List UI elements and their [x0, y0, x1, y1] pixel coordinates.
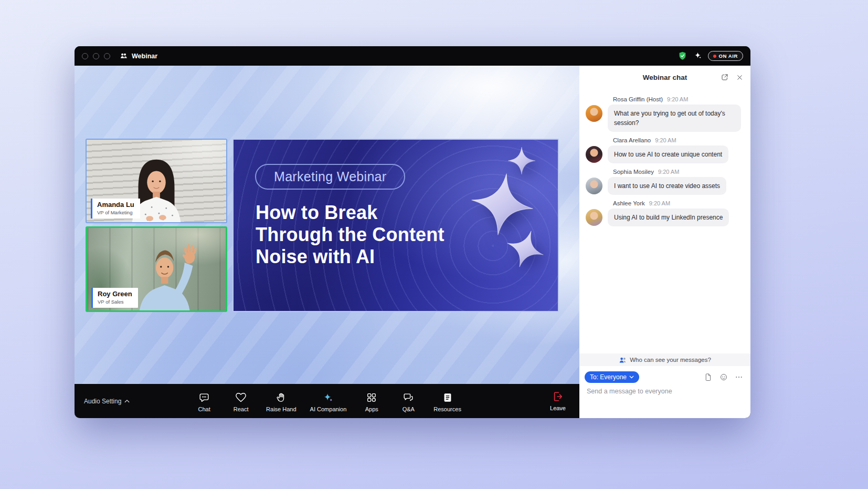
- message-bubble: I want to use AI to create video assets: [608, 177, 726, 195]
- name-tag-amanda: Amanda Lu VP of Marketing: [91, 199, 140, 219]
- avatar: [586, 178, 602, 194]
- compose-icons: [704, 373, 743, 381]
- chevron-up-icon: [124, 399, 130, 403]
- chevron-down-icon: [629, 376, 634, 379]
- slide-title-line: How to Break: [256, 202, 507, 224]
- leave-button[interactable]: Leave: [550, 391, 566, 411]
- window-close-control[interactable]: [82, 53, 88, 59]
- recipient-selector-label: To: Everyone: [590, 373, 627, 381]
- app-title: Webinar: [120, 52, 157, 60]
- chat-bottom-space: [579, 395, 750, 418]
- chat-header-icons: [721, 73, 744, 81]
- message-time: 9:20 AM: [655, 137, 676, 143]
- sparkle-icon[interactable]: [693, 51, 702, 60]
- message-visibility-label: Who can see your messages?: [630, 357, 711, 363]
- slide-title: How to Break Through the Content Noise w…: [256, 202, 507, 267]
- chat-message: Sophia Mosiley 9:20 AM I want to use AI …: [586, 169, 743, 195]
- message-bubble: Using AI to build my LinkedIn presence: [608, 209, 729, 226]
- leave-door-icon: [552, 391, 564, 402]
- chat-message: Clara Arellano 9:20 AM How to use AI to …: [586, 137, 743, 163]
- message-time: 9:20 AM: [667, 96, 688, 102]
- people-icon: [619, 356, 627, 364]
- chat-button-label: Chat: [198, 406, 210, 412]
- document-icon: [442, 392, 453, 403]
- more-options-icon[interactable]: [735, 373, 743, 381]
- message-author: Sophia Mosiley: [613, 169, 654, 175]
- webinar-stage: Amanda Lu VP of Marketing: [75, 66, 579, 418]
- recipient-selector[interactable]: To: Everyone: [585, 371, 639, 383]
- meeting-toolbar: Audio Setting Chat: [75, 384, 579, 418]
- resources-button[interactable]: Resources: [433, 392, 461, 412]
- compose-row: To: Everyone: [579, 366, 750, 383]
- audio-setting-button[interactable]: Audio Setting: [84, 398, 130, 405]
- message-time: 9:20 AM: [658, 169, 679, 175]
- resources-button-label: Resources: [433, 406, 461, 412]
- message-author: Clara Arellano: [613, 137, 651, 143]
- participant-name: Roy Green: [98, 290, 132, 298]
- message-visibility-note[interactable]: Who can see your messages?: [579, 353, 750, 366]
- audio-setting-label: Audio Setting: [84, 398, 121, 405]
- avatar: [586, 209, 602, 226]
- message-time: 9:20 AM: [649, 200, 670, 206]
- leave-button-label: Leave: [550, 405, 566, 411]
- chat-button[interactable]: Chat: [193, 392, 216, 412]
- chat-message: Rosa Griffin (Host) 9:20 AM What are you…: [586, 96, 743, 132]
- ai-companion-button[interactable]: AI Companion: [310, 392, 347, 412]
- titlebar-right: ON AIR: [678, 51, 744, 61]
- apps-button[interactable]: Apps: [360, 392, 383, 412]
- message-bubble: What are you trying to get out of today'…: [608, 105, 741, 132]
- chat-message-input[interactable]: [587, 388, 740, 395]
- close-icon[interactable]: [736, 74, 744, 81]
- apps-button-label: Apps: [365, 406, 378, 412]
- window-controls: [82, 53, 110, 59]
- slide-title-line: Noise with AI: [256, 246, 507, 268]
- heart-icon: [235, 392, 247, 403]
- slide-badge: Marketing Webinar: [255, 164, 405, 190]
- emoji-icon[interactable]: [719, 373, 728, 381]
- raise-hand-button-label: Raise Hand: [266, 406, 296, 412]
- on-air-dot-icon: [713, 55, 716, 58]
- chat-message: Ashlee York 9:20 AM Using AI to build my…: [586, 200, 743, 226]
- participant-role: VP of Sales: [98, 299, 132, 305]
- message-bubble: How to use AI to create unique content: [608, 145, 728, 163]
- window-zoom-control[interactable]: [104, 53, 110, 59]
- webinar-app-icon: [120, 52, 128, 60]
- ai-companion-button-label: AI Companion: [310, 406, 347, 412]
- window-body: Amanda Lu VP of Marketing: [75, 66, 750, 418]
- apps-grid-icon: [366, 392, 377, 403]
- on-air-badge: ON AIR: [708, 51, 744, 61]
- avatar: [586, 105, 602, 122]
- shared-slide: Marketing Webinar How to Break Through t…: [232, 139, 559, 312]
- ai-sparkle-icon: [322, 392, 334, 403]
- chat-panel-title: Webinar chat: [643, 74, 687, 81]
- toolbar-center-buttons: Chat React Raise Hand: [193, 390, 461, 412]
- chat-bubble-icon: [198, 392, 210, 403]
- qa-button[interactable]: Q&A: [397, 392, 420, 412]
- qa-bubbles-icon: [403, 392, 414, 403]
- raise-hand-button[interactable]: Raise Hand: [266, 392, 296, 412]
- avatar: [586, 146, 602, 163]
- qa-button-label: Q&A: [403, 406, 415, 412]
- raise-hand-icon: [276, 392, 287, 403]
- react-button[interactable]: React: [229, 392, 252, 412]
- webinar-window: Webinar ON AIR: [75, 46, 750, 418]
- file-icon[interactable]: [704, 373, 713, 381]
- slide-title-line: Through the Content: [256, 224, 507, 246]
- window-minimize-control[interactable]: [93, 53, 99, 59]
- message-author: Ashlee York: [613, 200, 645, 206]
- participant-role: VP of Marketing: [97, 210, 134, 216]
- on-air-label: ON AIR: [719, 53, 738, 59]
- react-button-label: React: [234, 406, 249, 412]
- message-author: Rosa Griffin (Host): [613, 96, 663, 102]
- video-tile-amanda[interactable]: Amanda Lu VP of Marketing: [86, 139, 227, 223]
- participant-name: Amanda Lu: [97, 201, 134, 209]
- pop-out-icon[interactable]: [721, 73, 729, 81]
- chat-message-list[interactable]: Rosa Griffin (Host) 9:20 AM What are you…: [579, 89, 750, 353]
- desktop-background: Webinar ON AIR: [0, 0, 868, 489]
- shield-check-icon[interactable]: [678, 51, 687, 61]
- video-tile-roy[interactable]: Roy Green VP of Sales: [86, 226, 227, 312]
- window-title: Webinar: [132, 53, 157, 60]
- name-tag-roy: Roy Green VP of Sales: [91, 288, 138, 308]
- chat-header: Webinar chat: [579, 66, 750, 89]
- titlebar: Webinar ON AIR: [75, 46, 750, 66]
